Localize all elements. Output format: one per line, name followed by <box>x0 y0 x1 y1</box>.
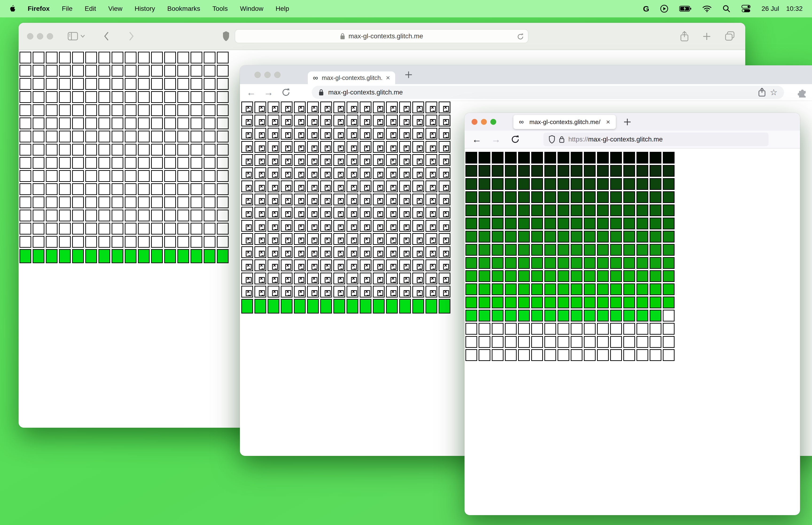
spotlight-search-icon[interactable] <box>722 5 731 13</box>
reload-button[interactable] <box>510 135 520 144</box>
new-tab-button[interactable] <box>623 118 631 126</box>
broken-image-icon: × <box>325 132 331 138</box>
canvas-cell <box>610 205 622 216</box>
new-tab-button[interactable] <box>404 71 413 79</box>
tab-close-icon[interactable]: × <box>386 74 390 82</box>
menu-item-window[interactable]: Window <box>240 5 263 13</box>
menu-item-edit[interactable]: Edit <box>85 5 96 13</box>
canvas-cell <box>204 91 215 103</box>
bookmark-star-icon[interactable]: ☆ <box>770 87 778 97</box>
control-center-icon[interactable] <box>741 5 751 13</box>
zoom-button[interactable] <box>490 119 496 125</box>
canvas-cell <box>151 249 163 263</box>
broken-image-icon: × <box>272 198 278 204</box>
canvas-cell: × <box>360 246 371 258</box>
close-button[interactable] <box>472 119 477 125</box>
safari-address-bar[interactable]: max-gl-contexts.glitch.me <box>235 29 528 43</box>
menu-item-view[interactable]: View <box>108 5 122 13</box>
menu-item-help[interactable]: Help <box>276 5 289 13</box>
share-icon[interactable] <box>758 88 766 97</box>
menu-item-tools[interactable]: Tools <box>212 5 228 13</box>
broken-image-icon: × <box>351 159 357 165</box>
google-menu-icon[interactable]: G <box>643 4 649 13</box>
canvas-cell <box>98 210 110 221</box>
canvas-cell: × <box>241 233 253 245</box>
canvas-cell: × <box>399 115 411 126</box>
forward-button[interactable]: → <box>264 88 273 97</box>
canvas-cell <box>597 152 609 164</box>
canvas-cell: × <box>241 128 253 139</box>
canvas-cell: × <box>255 128 266 139</box>
apple-menu-icon[interactable] <box>10 5 16 13</box>
menu-clock[interactable]: 10:32 <box>786 5 802 13</box>
tab-title: max-gl-contexts.glitch.me <box>322 74 382 81</box>
minimize-button[interactable] <box>264 72 271 78</box>
close-button[interactable] <box>27 33 33 40</box>
privacy-shield-icon[interactable] <box>222 31 230 42</box>
battery-charging-icon[interactable] <box>679 6 691 12</box>
close-button[interactable] <box>255 72 261 78</box>
back-button[interactable]: ← <box>472 135 481 144</box>
canvas-cell <box>85 52 97 63</box>
back-button[interactable]: ← <box>246 88 256 97</box>
chrome-active-tab[interactable]: ∞ max-gl-contexts.glitch.me × <box>308 72 395 84</box>
zoom-button[interactable] <box>274 72 280 78</box>
broken-image-icon: × <box>246 159 251 165</box>
broken-image-icon: × <box>298 146 304 151</box>
canvas-cell <box>492 244 504 256</box>
canvas-cell <box>584 257 596 269</box>
menu-item-history[interactable]: History <box>135 5 155 13</box>
wifi-icon[interactable] <box>702 5 712 12</box>
minimize-button[interactable] <box>481 119 487 125</box>
forward-button[interactable]: → <box>491 135 501 144</box>
canvas-cell: × <box>412 141 424 153</box>
back-button[interactable] <box>103 31 109 41</box>
canvas-cell <box>138 104 150 116</box>
menu-item-bookmarks[interactable]: Bookmarks <box>167 5 200 13</box>
canvas-cell: × <box>241 154 253 166</box>
play-circle-icon[interactable] <box>660 4 669 13</box>
extensions-puzzle-icon[interactable] <box>797 87 808 97</box>
broken-image-icon: × <box>246 251 251 257</box>
broken-image-icon: × <box>311 198 318 204</box>
canvas-cell <box>204 131 215 142</box>
new-tab-icon[interactable] <box>703 32 711 41</box>
canvas-cell <box>125 157 137 169</box>
zoom-button[interactable] <box>47 33 53 40</box>
canvas-cell: × <box>281 273 292 284</box>
sidebar-icon[interactable] <box>68 32 85 41</box>
canvas-cell <box>505 217 517 229</box>
canvas-cell: × <box>399 180 411 192</box>
canvas-cell <box>597 257 609 269</box>
share-icon[interactable] <box>680 31 689 42</box>
menu-app-name[interactable]: Firefox <box>28 5 49 13</box>
canvas-cell <box>465 191 477 203</box>
broken-image-icon: × <box>338 146 344 151</box>
menu-date[interactable]: 26 Jul <box>762 5 779 13</box>
canvas-cell: × <box>347 128 358 139</box>
canvas-cell: × <box>320 167 332 179</box>
canvas-cell <box>531 231 543 242</box>
firefox-address-bar[interactable]: https://max-gl-contexts.glitch.me <box>543 133 768 146</box>
tab-close-icon[interactable]: × <box>606 118 610 126</box>
tab-overview-icon[interactable] <box>724 31 735 42</box>
canvas-cell <box>151 196 163 208</box>
broken-image-icon: × <box>443 264 449 270</box>
canvas-cell: × <box>399 167 411 179</box>
reload-icon[interactable] <box>517 33 524 41</box>
broken-image-icon: × <box>311 238 318 243</box>
firefox-active-tab[interactable]: ∞ max-gl-contexts.glitch.me/ × <box>514 115 616 129</box>
canvas-cell: × <box>255 233 266 245</box>
canvas-cell <box>98 52 110 63</box>
minimize-button[interactable] <box>37 33 43 40</box>
reload-button[interactable] <box>281 88 291 97</box>
canvas-cell <box>492 257 504 269</box>
canvas-cell <box>59 65 71 77</box>
canvas-cell <box>518 270 530 282</box>
canvas-cell <box>138 223 150 235</box>
menu-item-file[interactable]: File <box>62 5 72 13</box>
canvas-cell: × <box>426 286 437 298</box>
chrome-address-bar[interactable]: max-gl-contexts.glitch.me ☆ <box>312 86 784 99</box>
forward-button[interactable] <box>129 31 134 41</box>
broken-image-icon: × <box>443 132 449 138</box>
